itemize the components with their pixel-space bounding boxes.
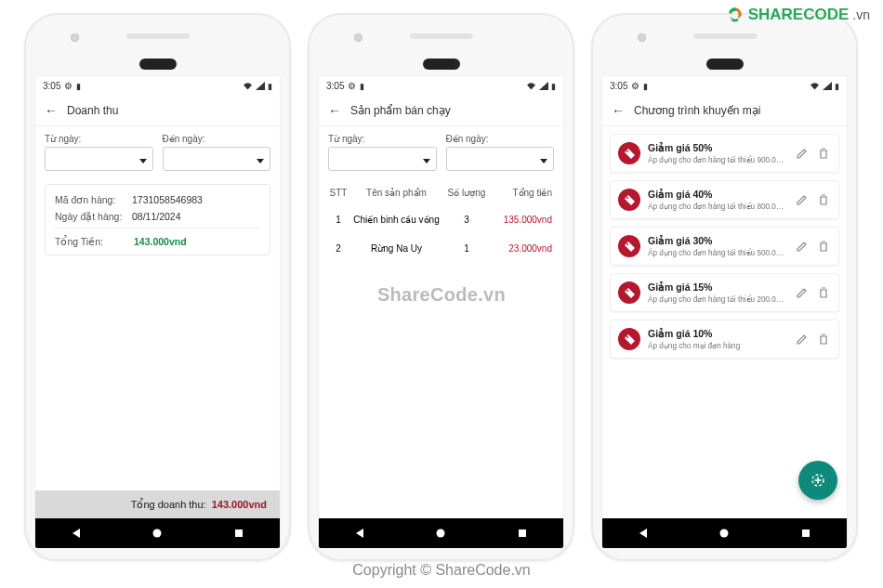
to-date-dropdown[interactable] [163,147,271,171]
svg-point-6 [626,243,628,245]
cell-qty: 3 [442,215,491,225]
watermark-center: ShareCode.vn [377,283,506,305]
nav-home-icon[interactable] [152,528,163,539]
date-filters: Từ ngày: Đến ngày: [35,126,280,180]
svg-point-2 [437,529,445,538]
wifi-icon [810,82,820,90]
nav-recent-icon[interactable] [800,528,811,539]
table-header: STT Tên sản phẩm Số lượng Tổng tiền [326,180,556,205]
from-date-label: Từ ngày: [328,134,437,144]
edit-icon[interactable] [794,239,809,254]
edit-icon[interactable] [794,285,809,300]
tag-icon [618,142,640,164]
promo-item[interactable]: Giảm giá 40% Áp dụng cho đơn hàng tối th… [610,180,839,219]
delete-icon[interactable] [816,146,831,161]
app-bar: ← Doanh thu [35,95,280,126]
sensor-dot [71,33,79,42]
col-stt: STT [326,188,350,198]
svg-point-4 [626,150,628,152]
promo-subtitle: Áp dụng cho đơn hàng tối thiểu 800.000vn… [648,202,786,211]
status-time: 3:05 [43,81,60,91]
svg-rect-1 [235,529,243,537]
chevron-down-icon [139,150,147,167]
app-bar: ← Chương trình khuyến mại [602,95,847,126]
screen: 3:05 ← Doanh thu Từ ngày: [35,76,280,548]
back-icon[interactable]: ← [45,104,58,117]
cell-total: 135.000vnd [491,215,556,225]
promo-subtitle: Áp dụng cho mọi đơn hàng [648,341,786,350]
status-time: 3:05 [610,81,627,91]
phone-promotions: 3:05 ← Chương trình khuyến mại [591,13,858,561]
chevron-down-icon [423,150,430,167]
gear-icon [348,81,356,91]
battery-icon [268,81,272,91]
nav-back-icon[interactable] [354,528,365,539]
promo-title: Giảm giá 40% [648,189,786,200]
phone-revenue: 3:05 ← Doanh thu Từ ngày: [24,13,291,561]
nav-back-icon[interactable] [71,528,82,539]
promo-item[interactable]: Giảm giá 15% Áp dụng cho đơn hàng tối th… [610,273,839,312]
order-code: 1731058546983 [132,194,203,205]
chevron-down-icon [257,150,264,167]
nav-back-icon[interactable] [638,528,649,539]
to-date-dropdown[interactable] [446,147,555,171]
col-total: Tổng tiền [491,188,556,198]
delete-icon[interactable] [816,332,831,346]
battery-icon [835,81,839,91]
signal-icon [256,82,265,90]
promo-subtitle: Áp dụng cho đơn hàng tối thiểu 200.000vn… [648,294,786,304]
brand-name: SHARECODE [748,6,850,24]
svg-rect-3 [519,529,526,537]
nav-recent-icon[interactable] [233,528,244,539]
status-time: 3:05 [326,81,344,91]
wifi-icon [526,82,536,90]
svg-point-7 [626,290,628,292]
promo-subtitle: Áp dụng cho đơn hàng tối thiểu 900.000vn… [648,155,786,164]
promo-title: Giảm giá 15% [648,281,786,293]
promo-item[interactable]: Giảm giá 10% Áp dụng cho mọi đơn hàng [610,320,839,359]
signal-icon [823,82,832,90]
order-total-label: Tổng Tiền: [55,236,125,247]
cell-stt: 1 [326,215,350,225]
nav-home-icon[interactable] [435,528,446,539]
edit-icon[interactable] [794,332,809,346]
android-navbar [35,518,280,548]
promo-title: Giảm giá 10% [648,328,786,339]
status-bar: 3:05 [35,76,280,95]
divider [55,228,260,229]
edit-icon[interactable] [794,192,809,207]
promo-item[interactable]: Giảm giá 50% Áp dụng cho đơn hàng tối th… [610,134,839,173]
order-card: Mã đơn hàng:1731058546983 Ngày đặt hàng:… [45,184,270,255]
brand-watermark: SHARECODE.vn [726,6,870,24]
order-date: 08/11/2024 [132,211,181,222]
cell-name: Rừng Na Uy [350,243,442,254]
from-date-dropdown[interactable] [328,147,437,171]
back-icon[interactable]: ← [612,104,625,117]
edit-icon[interactable] [794,146,809,161]
delete-icon[interactable] [816,192,831,207]
from-date-dropdown[interactable] [45,147,153,171]
promo-subtitle: Áp dụng cho đơn hàng tối thiểu 500.000vn… [648,248,786,257]
speaker-slit [410,33,473,39]
col-qty: Số lượng [442,188,491,198]
add-promo-fab[interactable] [798,461,837,500]
signal-icon [539,82,548,90]
tag-icon [618,328,640,350]
recycle-icon [726,6,745,24]
svg-point-0 [153,529,162,538]
nav-recent-icon[interactable] [517,528,528,539]
delete-icon[interactable] [816,285,831,300]
nav-home-icon[interactable] [718,528,730,539]
delete-icon[interactable] [816,239,831,254]
earpiece [423,59,460,70]
to-date-label: Đến ngày: [163,134,271,144]
status-bar: 3:05 [319,76,563,95]
back-icon[interactable]: ← [328,104,341,117]
gear-icon [64,81,72,91]
order-total: 143.000vnd [134,236,187,247]
order-date-label: Ngày đặt hàng: [55,211,125,222]
from-date-label: Từ ngày: [45,134,153,144]
promo-title: Giảm giá 50% [648,142,786,153]
page-title: Sản phẩm bán chạy [350,104,451,117]
promo-item[interactable]: Giảm giá 30% Áp dụng cho đơn hàng tối th… [610,227,839,266]
